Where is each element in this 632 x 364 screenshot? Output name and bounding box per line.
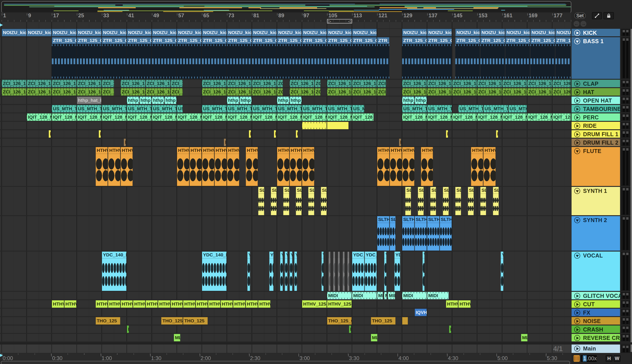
scrub-strip[interactable]: [0, 22, 571, 28]
clip[interactable]: NOIZU_kick: [352, 29, 377, 36]
clip[interactable]: ZCI_126_1: [452, 80, 477, 87]
clip[interactable]: US_MTH_Ta: [202, 105, 226, 112]
clip[interactable]: NOIZU_kick: [480, 29, 505, 36]
track-lane-flute[interactable]: HTHV_125_GHTHV_125_GHTHV_125_GHTHV_125_G…: [0, 147, 571, 186]
track-header-reverse-crash[interactable]: REVERSE CRASH: [572, 334, 620, 342]
clip[interactable]: MLG: [521, 334, 528, 342]
clip[interactable]: IQIT_128_N: [452, 113, 477, 121]
loop-brace[interactable]: ▷ ◁: [327, 19, 352, 24]
clip[interactable]: IQIT_128_N: [527, 113, 552, 121]
clip[interactable]: ZCI_126_16: [171, 88, 183, 96]
clip[interactable]: ht: [399, 138, 401, 146]
clip[interactable]: IQIT_128_N: [252, 113, 276, 121]
clip[interactable]: HTHV_125: [96, 300, 108, 308]
track-lane-perc[interactable]: IQIT_128_NIQIT_128_NIQIT_128_NIQIT_128_N…: [0, 113, 571, 121]
clip[interactable]: ZCI_126_16: [227, 88, 252, 96]
clip[interactable]: IQIT_128_N: [402, 113, 427, 121]
clip[interactable]: US_MTH_Ta: [277, 105, 302, 112]
clip[interactable]: ZCI_126_16: [477, 88, 502, 96]
clip[interactable]: SLT: [430, 187, 436, 215]
clip[interactable]: ZTR_125_G: [52, 37, 76, 79]
forward-arrow-button[interactable]: →: [580, 21, 586, 27]
clip[interactable]: SLTH_12: [377, 216, 389, 251]
clip[interactable]: NOIZU_kick: [202, 29, 226, 36]
play-icon[interactable]: [574, 123, 580, 129]
clip[interactable]: ZCI_126_16: [552, 88, 571, 96]
clip[interactable]: Y: [269, 252, 274, 291]
clip[interactable]: ht: [446, 130, 448, 138]
clip[interactable]: SLTH_12: [402, 216, 414, 251]
clip[interactable]: MIDI: [352, 292, 377, 299]
track-lane-reverse-crash[interactable]: MLGMLGMLG: [0, 334, 571, 342]
clip[interactable]: ZTR_125_G: [77, 37, 102, 79]
clip[interactable]: Y: [247, 252, 250, 291]
clip[interactable]: M: [449, 326, 451, 333]
track-lane-hat[interactable]: ZCI_126_16ZCI_126_16ZCI_126_16ZCI_126_16…: [0, 88, 571, 96]
clip[interactable]: HTHV_125: [146, 300, 158, 308]
clip[interactable]: ZCI_126_1: [202, 80, 226, 87]
clip[interactable]: hthp_hat_1: [415, 96, 427, 104]
clip[interactable]: IQIT_128_N: [227, 113, 252, 121]
clip[interactable]: IQIT_128_N: [352, 113, 374, 121]
clip[interactable]: ZCI_126_1: [402, 80, 427, 87]
clip[interactable]: [348, 252, 349, 291]
clip[interactable]: ZCI_126_1: [2, 80, 26, 87]
clip[interactable]: IQIT_128_N: [77, 113, 102, 121]
clip[interactable]: Y: [501, 252, 503, 291]
clip[interactable]: hthp_hat_1: [140, 96, 152, 104]
clip[interactable]: US_MTH_Ta: [177, 105, 183, 112]
clip[interactable]: IQIT_128_N: [477, 113, 502, 121]
clip[interactable]: HTHV_125_G: [202, 147, 214, 186]
clip[interactable]: YDC_1: [365, 252, 377, 291]
clip[interactable]: THO_125_C: [327, 317, 352, 324]
playhead-marker-top[interactable]: [0, 24, 3, 26]
clip[interactable]: ZCI_126_16: [527, 88, 552, 96]
clip[interactable]: NOIZU_kick: [427, 29, 452, 36]
clip[interactable]: HTHV_125: [233, 300, 245, 308]
track-lane-bass-1[interactable]: ZTR_125_GZTR_125_GZTR_125_GZTR_125_GZTR_…: [0, 37, 571, 79]
clip[interactable]: HTHV_125_G: [246, 147, 258, 186]
clip[interactable]: NOIZU_kick: [127, 29, 152, 36]
track-header-drum-fill-1[interactable]: DRUM FILL 1: [572, 130, 620, 138]
clip[interactable]: hthp_hat_1: [152, 96, 164, 104]
clip[interactable]: ZTR_125_G: [480, 37, 505, 79]
clip[interactable]: NOIZU_kick: [327, 29, 352, 36]
clip[interactable]: NOIZU_kick: [52, 29, 76, 36]
clip[interactable]: ZCI_126_16: [452, 88, 477, 96]
clip[interactable]: HTHV_125: [208, 300, 220, 308]
clip[interactable]: HTHV_125: [121, 300, 133, 308]
clip[interactable]: ZCI_126_1: [527, 80, 552, 87]
clip[interactable]: Y: [422, 252, 424, 291]
clip[interactable]: ZCI_126_1: [77, 80, 102, 87]
clip[interactable]: SLTH_12: [440, 216, 452, 251]
clip[interactable]: US_MTH_Ta: [127, 105, 152, 112]
fold-icon[interactable]: [574, 217, 580, 223]
clip[interactable]: IQVH: [415, 309, 427, 316]
clip[interactable]: HTHV_125: [327, 300, 352, 308]
clip[interactable]: NOIZU_kick: [102, 29, 126, 36]
clip[interactable]: NOIZU_kick: [402, 29, 427, 36]
track-lane-noise[interactable]: THO_125THO_125_CTHO_125THO_125_CTHO_125: [0, 317, 571, 324]
clip[interactable]: ZTR_125_G: [505, 37, 530, 79]
clip[interactable]: HTHV_125_G: [190, 147, 202, 186]
clip[interactable]: US_MTH_Ta: [252, 105, 276, 112]
clip[interactable]: ht: [99, 130, 101, 138]
clip[interactable]: SLT: [258, 187, 264, 215]
clip[interactable]: ZTR_125_G: [127, 37, 152, 79]
clip[interactable]: ZCI_126_16: [502, 88, 527, 96]
clip[interactable]: SLT: [296, 187, 302, 215]
clip[interactable]: YDC_140_N: [102, 252, 126, 291]
clip[interactable]: HTHV_125: [258, 300, 270, 308]
clip[interactable]: Y: [280, 252, 283, 291]
clip[interactable]: NOIZU_kick: [556, 29, 571, 36]
track-header-ride[interactable]: RIDE: [572, 122, 620, 129]
clip[interactable]: SLT: [480, 187, 486, 215]
clip[interactable]: hthp_hat_1: [127, 96, 139, 104]
clip[interactable]: ZCI_126_1: [315, 80, 320, 87]
clip[interactable]: ZTR_125_G: [102, 37, 126, 79]
clip[interactable]: ZTR_125_G: [202, 37, 226, 79]
track-header-perc[interactable]: PERC: [572, 113, 620, 121]
play-icon[interactable]: [574, 106, 580, 112]
clip[interactable]: SLT: [418, 187, 424, 215]
clip[interactable]: IQIT_128_N: [27, 113, 51, 121]
